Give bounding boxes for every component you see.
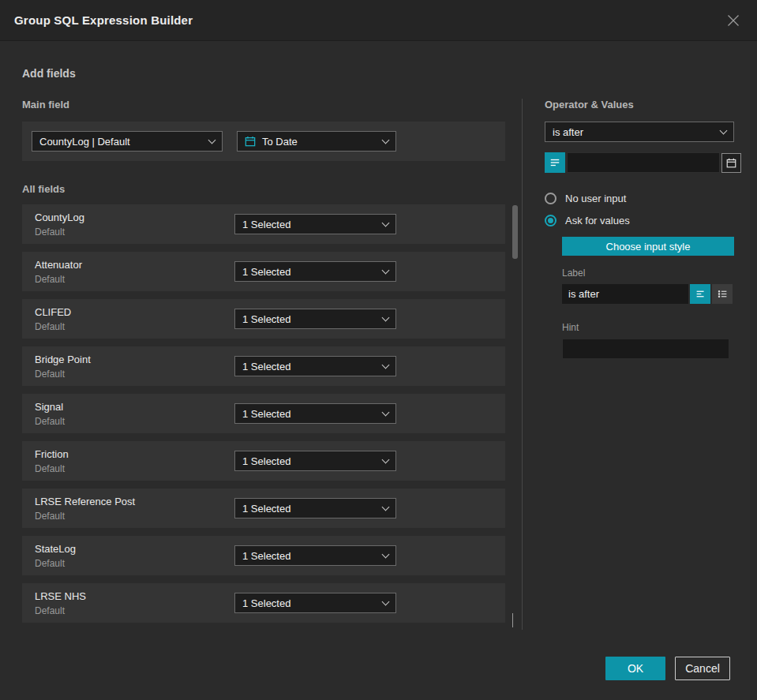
operator-dropdown[interactable]: is after — [545, 122, 734, 142]
all-fields-label: All fields — [22, 183, 505, 195]
radio-ask-for-values[interactable]: Ask for values — [545, 215, 734, 226]
chevron-down-icon — [512, 613, 513, 627]
operator-dropdown-value: is after — [553, 126, 583, 138]
all-fields-list: CountyLog Default 1 Selected Attenuator … — [22, 204, 505, 623]
radio-ask-for-values-label: Ask for values — [565, 215, 630, 226]
dialog-title: Group SQL Expression Builder — [14, 13, 193, 27]
value-input[interactable] — [567, 152, 720, 173]
label-row — [562, 284, 734, 304]
selected-count-label: 1 Selected — [242, 313, 290, 325]
align-left-icon — [695, 289, 706, 299]
field-row: CLIFED Default 1 Selected — [22, 299, 505, 339]
field-selected-dropdown[interactable]: 1 Selected — [234, 403, 396, 424]
field-selected-dropdown[interactable]: 1 Selected — [234, 309, 396, 329]
field-selected-dropdown[interactable]: 1 Selected — [234, 545, 396, 566]
chevron-down-icon — [720, 126, 728, 134]
list-input-toggle-button[interactable] — [545, 152, 565, 173]
field-text: StateLog Default — [35, 543, 234, 569]
chevron-down-icon — [382, 455, 390, 463]
chevron-down-icon — [382, 361, 390, 369]
field-text: Friction Default — [35, 448, 234, 474]
bulleted-list-icon — [718, 289, 728, 299]
value-row — [545, 152, 734, 173]
field-subtitle: Default — [35, 416, 234, 427]
radio-no-user-input[interactable]: No user input — [545, 193, 734, 204]
field-name: Friction — [35, 448, 234, 460]
field-text: LRSE Reference Post Default — [35, 496, 234, 522]
calendar-icon — [726, 158, 736, 168]
field-name: Attenuator — [35, 259, 234, 271]
field-subtitle: Default — [35, 274, 234, 285]
add-fields-heading: Add fields — [22, 67, 734, 80]
hint-caption: Hint — [562, 322, 734, 333]
cancel-button[interactable]: Cancel — [675, 657, 730, 680]
scrollbar[interactable] — [512, 204, 519, 629]
selected-count-label: 1 Selected — [242, 266, 290, 278]
field-text: Bridge Point Default — [35, 354, 234, 380]
ok-button[interactable]: OK — [605, 657, 665, 680]
label-input[interactable] — [562, 284, 688, 304]
chevron-down-icon — [382, 597, 390, 605]
selected-count-label: 1 Selected — [242, 219, 290, 230]
field-name: LRSE Reference Post — [35, 496, 234, 507]
single-line-style-button[interactable] — [690, 284, 710, 304]
list-input-icon — [549, 157, 560, 168]
field-selected-dropdown[interactable]: 1 Selected — [234, 214, 396, 234]
field-selected-dropdown[interactable]: 1 Selected — [234, 451, 396, 471]
list-style-button[interactable] — [712, 284, 733, 304]
field-name: Signal — [35, 401, 234, 413]
field-subtitle: Default — [35, 511, 234, 522]
selected-count-label: 1 Selected — [242, 503, 290, 515]
field-row: Attenuator Default 1 Selected — [22, 252, 505, 291]
field-text: Attenuator Default — [35, 259, 234, 285]
field-selected-dropdown[interactable]: 1 Selected — [234, 498, 396, 518]
field-text: CLIFED Default — [35, 306, 234, 332]
date-type-dropdown-value: To Date — [262, 136, 298, 148]
scrollbar-thumb[interactable] — [512, 205, 518, 259]
field-name: CountyLog — [35, 211, 234, 223]
close-button[interactable] — [724, 11, 743, 30]
dialog-header: Group SQL Expression Builder — [0, 0, 757, 41]
selected-count-label: 1 Selected — [242, 597, 290, 609]
field-name: LRSE NHS — [35, 590, 234, 602]
main-field-label: Main field — [22, 99, 505, 110]
hint-input[interactable] — [562, 339, 729, 359]
operator-values-heading: Operator & Values — [545, 99, 734, 110]
main-field-row: CountyLog | Default To Date — [22, 122, 505, 161]
scroll-down-arrow[interactable] — [512, 613, 513, 627]
chevron-down-icon — [382, 313, 390, 321]
label-caption: Label — [562, 268, 734, 279]
field-subtitle: Default — [35, 369, 234, 380]
field-selected-dropdown[interactable]: 1 Selected — [234, 593, 396, 613]
field-row: Signal Default 1 Selected — [22, 394, 505, 433]
date-picker-button[interactable] — [721, 153, 741, 173]
chevron-down-icon — [382, 550, 390, 558]
field-subtitle: Default — [35, 321, 234, 332]
dialog-footer: OK Cancel — [605, 657, 730, 680]
vertical-divider — [522, 99, 523, 630]
field-row: StateLog Default 1 Selected — [22, 536, 505, 575]
field-text: LRSE NHS Default — [35, 590, 234, 616]
field-row: LRSE NHS Default 1 Selected — [22, 583, 505, 623]
close-icon — [727, 14, 740, 27]
main-field-dropdown[interactable]: CountyLog | Default — [32, 131, 223, 152]
chevron-down-icon — [382, 136, 390, 144]
field-text: Signal Default — [35, 401, 234, 427]
radio-selected-icon — [545, 215, 557, 226]
field-name: StateLog — [35, 543, 234, 555]
selected-count-label: 1 Selected — [242, 455, 290, 467]
radio-no-user-input-label: No user input — [565, 193, 626, 204]
choose-input-style-button[interactable]: Choose input style — [562, 237, 734, 256]
selected-count-label: 1 Selected — [242, 550, 290, 562]
radio-icon — [545, 193, 557, 204]
field-selected-dropdown[interactable]: 1 Selected — [234, 356, 396, 376]
date-type-dropdown[interactable]: To Date — [237, 131, 396, 152]
field-selected-dropdown[interactable]: 1 Selected — [234, 261, 396, 282]
chevron-down-icon — [382, 503, 390, 511]
fields-panel: Main field CountyLog | Default — [22, 99, 505, 630]
field-text: CountyLog Default — [35, 211, 234, 238]
operator-values-panel: Operator & Values is after — [545, 99, 734, 630]
field-subtitle: Default — [35, 226, 234, 238]
main-field-dropdown-value: CountyLog | Default — [39, 136, 130, 148]
field-row: Bridge Point Default 1 Selected — [22, 346, 505, 386]
